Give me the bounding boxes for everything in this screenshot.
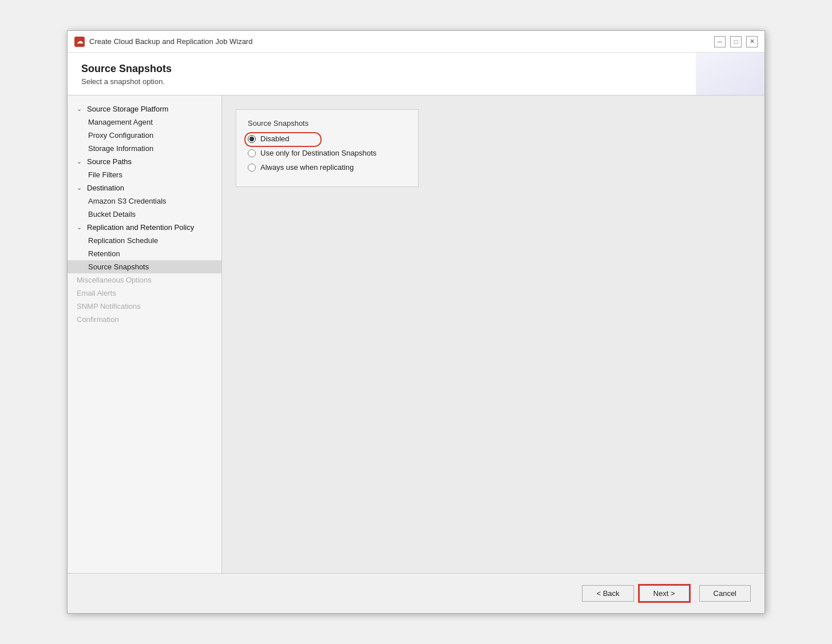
- sidebar-item-file-filters[interactable]: File Filters: [68, 168, 221, 181]
- window-title: Create Cloud Backup and Replication Job …: [89, 37, 252, 46]
- sidebar-item-miscellaneous-options: Miscellaneous Options: [68, 273, 221, 287]
- sidebar: ⌄ Source Storage Platform Management Age…: [68, 96, 222, 573]
- page-title: Source Snapshots: [81, 63, 751, 75]
- back-button[interactable]: < Back: [582, 585, 633, 602]
- header-section: Source Snapshots Select a snapshot optio…: [68, 53, 764, 96]
- radio-disabled[interactable]: [248, 135, 256, 143]
- cancel-button[interactable]: Cancel: [699, 585, 751, 602]
- sidebar-item-source-snapshots[interactable]: Source Snapshots: [68, 260, 221, 273]
- sidebar-item-email-alerts: Email Alerts: [68, 287, 221, 300]
- sidebar-item-source-storage-platform[interactable]: ⌄ Source Storage Platform: [68, 102, 221, 116]
- next-button[interactable]: Next >: [639, 585, 690, 602]
- radio-always[interactable]: [248, 164, 256, 172]
- radio-option-destination[interactable]: Use only for Destination Snapshots: [248, 149, 407, 157]
- radio-destination-label[interactable]: Use only for Destination Snapshots: [260, 149, 377, 157]
- sidebar-item-amazon-s3-credentials[interactable]: Amazon S3 Credentials: [68, 194, 221, 208]
- radio-option-always[interactable]: Always use when replicating: [248, 163, 407, 172]
- footer: < Back Next > Cancel: [68, 573, 764, 613]
- minimize-button[interactable]: ─: [714, 36, 726, 47]
- radio-option-disabled[interactable]: Disabled: [248, 134, 407, 143]
- sidebar-item-management-agent[interactable]: Management Agent: [68, 116, 221, 129]
- app-icon: ☁: [74, 37, 85, 47]
- sidebar-item-replication-schedule[interactable]: Replication Schedule: [68, 234, 221, 247]
- sidebar-item-bucket-details[interactable]: Bucket Details: [68, 208, 221, 221]
- sidebar-item-proxy-configuration[interactable]: Proxy Configuration: [68, 129, 221, 142]
- radio-always-label[interactable]: Always use when replicating: [260, 163, 354, 172]
- chevron-down-icon-4: ⌄: [77, 224, 85, 231]
- snapshot-box-title: Source Snapshots: [248, 119, 407, 128]
- chevron-down-icon: ⌄: [77, 105, 85, 113]
- sidebar-item-replication-retention[interactable]: ⌄ Replication and Retention Policy: [68, 221, 221, 234]
- main-panel: Source Snapshots Disabled Use only for D…: [222, 96, 764, 573]
- page-subtitle: Select a snapshot option.: [81, 77, 751, 86]
- sidebar-item-source-paths[interactable]: ⌄ Source Paths: [68, 155, 221, 168]
- title-bar-left: ☁ Create Cloud Backup and Replication Jo…: [74, 37, 252, 47]
- chevron-down-icon-2: ⌄: [77, 158, 85, 165]
- close-button[interactable]: ✕: [746, 36, 758, 47]
- sidebar-item-destination[interactable]: ⌄ Destination: [68, 181, 221, 194]
- sidebar-item-storage-information[interactable]: Storage Information: [68, 142, 221, 155]
- restore-button[interactable]: □: [730, 36, 742, 47]
- snapshot-options-box: Source Snapshots Disabled Use only for D…: [236, 109, 419, 187]
- chevron-down-icon-3: ⌄: [77, 184, 85, 192]
- sidebar-item-retention[interactable]: Retention: [68, 247, 221, 260]
- radio-disabled-label[interactable]: Disabled: [260, 134, 290, 143]
- title-bar: ☁ Create Cloud Backup and Replication Jo…: [68, 31, 764, 53]
- title-bar-controls: ─ □ ✕: [714, 36, 758, 47]
- sidebar-item-snmp-notifications: SNMP Notifications: [68, 300, 221, 313]
- wizard-window: ☁ Create Cloud Backup and Replication Jo…: [67, 30, 765, 614]
- sidebar-item-confirmation: Confirmation: [68, 313, 221, 326]
- content-area: ⌄ Source Storage Platform Management Age…: [68, 96, 764, 573]
- radio-destination[interactable]: [248, 149, 256, 157]
